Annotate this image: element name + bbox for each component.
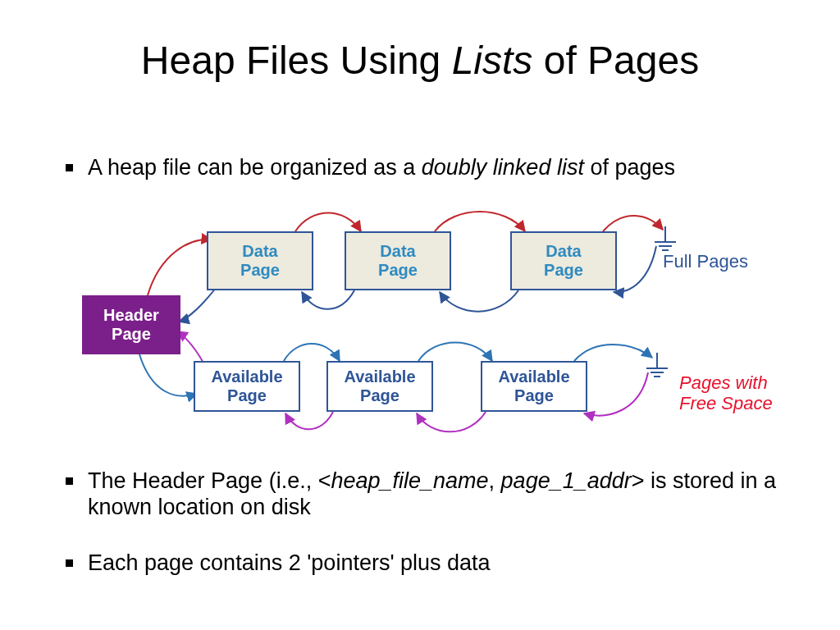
- bullet1-pre: A heap file can be organized as a: [88, 155, 422, 180]
- bullet2-it2: page_1_addr: [501, 468, 632, 493]
- available-page-box-2: AvailablePage: [326, 361, 433, 412]
- full-pages-label: Full Pages: [663, 251, 748, 272]
- data-page-label: DataPage: [240, 242, 280, 280]
- free-space-text: Pages withFree Space: [679, 372, 773, 413]
- bullet1-post: of pages: [584, 155, 675, 180]
- bullet-icon: [66, 164, 73, 171]
- bullet-icon: [66, 559, 73, 567]
- available-page-box-3: AvailablePage: [481, 361, 587, 412]
- bullet-3: Each page contains 2 'pointers' plus dat…: [66, 550, 788, 600]
- available-page-label: AvailablePage: [498, 368, 569, 405]
- terminator-icon: [645, 353, 669, 377]
- bullet3-text: Each page contains 2 'pointers' plus dat…: [88, 550, 491, 576]
- data-page-box-3: DataPage: [510, 231, 617, 290]
- available-page-label: AvailablePage: [344, 368, 415, 405]
- bullet-2: The Header Page (i.e., <heap_file_name, …: [66, 468, 788, 546]
- data-page-box-2: DataPage: [345, 231, 451, 290]
- header-page-box: HeaderPage: [82, 295, 180, 354]
- title-post: of Pages: [532, 39, 699, 82]
- free-space-label: Pages withFree Space: [679, 372, 773, 414]
- bullet2-mid: ,: [489, 468, 501, 493]
- available-page-label: AvailablePage: [211, 368, 282, 405]
- bullet2-pre: The Header Page (i.e., <: [88, 468, 331, 493]
- bullet1-italic: doubly linked list: [422, 155, 584, 180]
- bullet2-it1: heap_file_name: [331, 468, 488, 493]
- slide-title: Heap Files Using Lists of Pages: [0, 38, 840, 83]
- title-italic: Lists: [452, 39, 533, 82]
- slide: Heap Files Using Lists of Pages A heap f…: [0, 0, 840, 630]
- available-page-box-1: AvailablePage: [194, 361, 300, 412]
- diagram: HeaderPage DataPage DataPage DataPage Av…: [0, 197, 840, 443]
- data-page-label: DataPage: [378, 242, 418, 280]
- header-page-label: HeaderPage: [103, 306, 159, 344]
- data-page-label: DataPage: [544, 242, 583, 280]
- title-pre: Heap Files Using: [141, 39, 452, 82]
- data-page-box-1: DataPage: [207, 231, 313, 290]
- bullet-icon: [66, 477, 73, 485]
- terminator-icon: [653, 226, 678, 251]
